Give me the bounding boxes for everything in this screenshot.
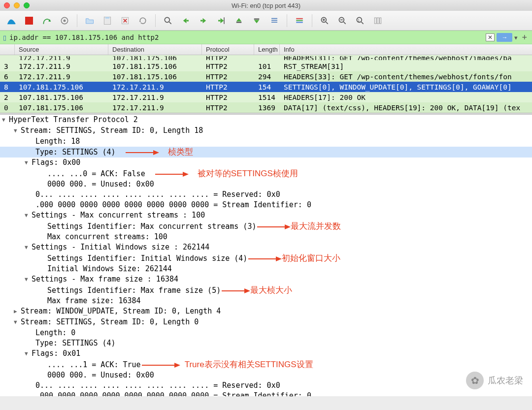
auto-scroll-button[interactable] — [267, 13, 282, 28]
annotation: Trure表示没有相关SETTINGS设置 — [185, 360, 313, 369]
open-file-button[interactable] — [82, 13, 97, 28]
svg-rect-31 — [380, 18, 381, 24]
svg-text:1: 1 — [358, 18, 360, 22]
svg-rect-30 — [377, 18, 379, 24]
tree-leaf[interactable]: Max frame size: 16384 — [0, 296, 532, 306]
svg-rect-18 — [296, 22, 303, 23]
svg-marker-41 — [244, 288, 250, 293]
tree-node[interactable]: Settings - Max frame size : 16384 — [0, 274, 532, 285]
column-protocol[interactable]: Protocol — [202, 44, 254, 55]
goto-first-button[interactable] — [232, 13, 246, 28]
table-row[interactable]: 2 107.181.175.106 172.17.211.9 HTTP2 151… — [0, 92, 532, 102]
svg-rect-17 — [296, 20, 303, 21]
bookmark-icon[interactable]: ▯ — [3, 34, 6, 41]
tree-leaf[interactable]: .000 0000 0000 0000 0000 0000 0000 0000 … — [0, 391, 532, 396]
go-forward-button[interactable] — [196, 13, 211, 28]
svg-line-24 — [344, 22, 346, 24]
resize-columns-button[interactable] — [370, 13, 385, 28]
tree-node[interactable]: Stream: WINDOW_UPDATE, Stream ID: 0, Len… — [0, 306, 532, 317]
apply-filter-button[interactable]: → — [497, 33, 512, 42]
svg-rect-11 — [236, 22, 242, 23]
packet-list[interactable]: 172.17.211.9 107.181.175.106 HTTP2 HEADE… — [0, 55, 532, 113]
svg-marker-37 — [285, 224, 291, 229]
tree-leaf[interactable]: .... ...0 = ACK: False 被对等的SETTINGS桢使用 — [0, 168, 532, 179]
wireshark-logo-icon[interactable] — [4, 13, 19, 28]
zoom-in-button[interactable] — [317, 13, 332, 28]
tree-node[interactable]: Flags: 0x00 — [0, 158, 532, 168]
watermark: ✿ 瓜农老梁 — [466, 372, 523, 389]
svg-rect-16 — [296, 18, 303, 19]
table-row[interactable]: 3 172.17.211.9 107.181.175.106 HTTP2 101… — [0, 61, 532, 71]
watermark-text: 瓜农老梁 — [488, 376, 523, 386]
watermark-icon: ✿ — [466, 372, 484, 389]
svg-marker-43 — [174, 363, 180, 368]
table-row[interactable]: 6 172.17.211.9 107.181.175.106 HTTP2 294… — [0, 71, 532, 82]
column-info[interactable]: Info — [280, 44, 532, 55]
reload-button[interactable] — [135, 13, 150, 28]
tree-leaf-selected[interactable]: Type: SETTINGS (4) 桢类型 — [0, 147, 532, 158]
table-row[interactable]: 172.17.211.9 107.181.175.106 HTTP2 HEADE… — [0, 55, 532, 61]
close-file-button[interactable] — [118, 13, 133, 28]
svg-line-27 — [362, 22, 364, 24]
svg-marker-35 — [183, 172, 189, 177]
svg-rect-8 — [200, 20, 203, 21]
filter-dropdown-icon[interactable]: ▾ — [514, 34, 518, 41]
tree-leaf[interactable]: Settings Identifier: Max concurrent stre… — [0, 221, 532, 232]
tree-leaf[interactable]: 0... .... .... .... .... .... .... .... … — [0, 380, 532, 391]
main-toolbar: 1 — [0, 11, 532, 31]
display-filter-input[interactable] — [9, 33, 483, 41]
table-row[interactable]: 0 107.181.175.106 172.17.211.9 HTTP2 136… — [0, 102, 532, 113]
add-filter-button[interactable]: + — [520, 32, 529, 43]
tree-leaf[interactable]: 0... .... .... .... .... .... .... .... … — [0, 189, 532, 200]
column-destination[interactable]: Destination — [108, 44, 202, 55]
column-source[interactable]: Source — [15, 44, 108, 55]
tree-node[interactable]: Stream: SETTINGS, Stream ID: 0, Length 0 — [0, 317, 532, 328]
tree-leaf[interactable]: Length: 0 — [0, 328, 532, 338]
table-row-selected[interactable]: 8 107.181.175.106 172.17.211.9 HTTP2 154… — [0, 82, 532, 92]
zoom-reset-button[interactable]: 1 — [353, 13, 367, 28]
tree-node[interactable]: Settings - Max concurrent streams : 100 — [0, 210, 532, 221]
tree-leaf[interactable]: Max concurrent streams: 100 — [0, 232, 532, 242]
packet-details-pane[interactable]: HyperText Transfer Protocol 2 Stream: SE… — [0, 115, 532, 396]
tree-leaf[interactable]: Initial Windows Size: 262144 — [0, 264, 532, 274]
goto-last-button[interactable] — [249, 13, 264, 28]
goto-packet-button[interactable] — [214, 13, 229, 28]
tree-node[interactable]: Stream: SETTINGS, Stream ID: 0, Length 1… — [0, 126, 532, 136]
tree-leaf[interactable]: Type: SETTINGS (4) — [0, 338, 532, 348]
svg-line-20 — [326, 22, 328, 24]
clear-filter-button[interactable]: ✕ — [486, 33, 495, 41]
tree-leaf[interactable]: 0000 000. = Unused: 0x00 — [0, 370, 532, 380]
capture-options-button[interactable] — [57, 13, 72, 28]
svg-point-5 — [165, 17, 169, 22]
display-filter-bar: ▯ ✕ → ▾ + — [0, 31, 532, 44]
tree-leaf[interactable]: 0000 000. = Unused: 0x00 — [0, 179, 532, 189]
colorize-button[interactable] — [292, 13, 307, 28]
svg-rect-3 — [105, 17, 109, 18]
column-length[interactable]: Length — [254, 44, 280, 55]
svg-line-6 — [169, 22, 171, 24]
tree-leaf[interactable]: Length: 18 — [0, 136, 532, 147]
tree-leaf[interactable]: Settings Identifier: Max frame size (5)最… — [0, 285, 532, 296]
tree-node[interactable]: Flags: 0x01 — [0, 348, 532, 359]
tree-leaf[interactable]: .... ...1 = ACK: True Trure表示没有相关SETTING… — [0, 359, 532, 370]
zoom-out-button[interactable] — [335, 13, 350, 28]
restart-capture-button[interactable] — [39, 13, 54, 28]
packet-list-header: Source Destination Protocol Length Info — [0, 44, 532, 55]
svg-marker-33 — [153, 150, 159, 155]
go-back-button[interactable] — [178, 13, 193, 28]
annotation: 最大桢大小 — [250, 285, 292, 295]
find-packet-button[interactable] — [161, 13, 175, 28]
tree-root[interactable]: HyperText Transfer Protocol 2 — [0, 115, 532, 126]
tree-leaf[interactable]: Settings Identifier: Initial Windows siz… — [0, 253, 532, 264]
annotation: 被对等的SETTINGS桢使用 — [198, 169, 298, 178]
window-titlebar: Wi-Fi: en0 (tcp port 443) — [0, 0, 532, 11]
svg-point-1 — [64, 19, 66, 22]
save-file-button[interactable] — [100, 13, 115, 28]
stop-capture-button[interactable] — [22, 13, 36, 28]
window-title: Wi-Fi: en0 (tcp port 443) — [0, 2, 532, 9]
svg-marker-39 — [276, 256, 282, 261]
tree-leaf[interactable]: .000 0000 0000 0000 0000 0000 0000 0000 … — [0, 200, 532, 210]
svg-rect-29 — [374, 18, 376, 24]
svg-rect-9 — [218, 20, 221, 21]
tree-node[interactable]: Settings - Initial Windows size : 262144 — [0, 242, 532, 253]
